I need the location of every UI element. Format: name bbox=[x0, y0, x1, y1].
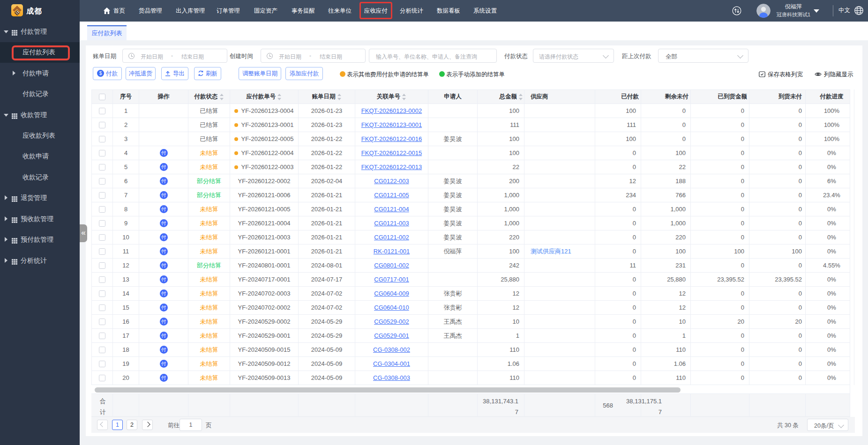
svg-text:$: $ bbox=[99, 71, 102, 76]
